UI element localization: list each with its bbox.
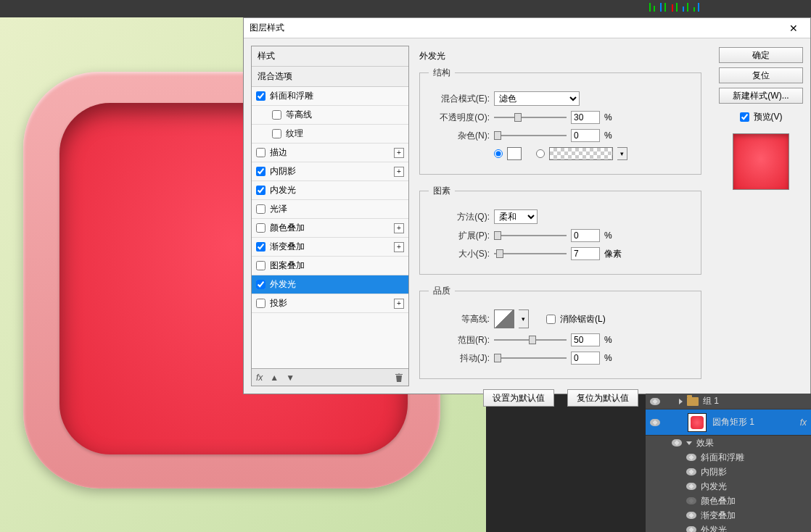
close-icon[interactable]: ✕: [783, 22, 804, 34]
style-checkbox[interactable]: [256, 242, 265, 252]
eye-icon[interactable]: [686, 454, 696, 461]
eye-icon[interactable]: [686, 483, 696, 490]
contour-swatch[interactable]: [494, 309, 514, 328]
style-checkbox[interactable]: [256, 167, 265, 176]
color-solid-radio[interactable]: [494, 149, 503, 158]
eye-icon[interactable]: [686, 468, 696, 475]
eye-icon[interactable]: [650, 419, 660, 426]
blend-mode-select[interactable]: 滤色: [494, 91, 580, 106]
style-item[interactable]: 光泽: [252, 200, 408, 219]
effect-row[interactable]: 颜色叠加: [646, 494, 811, 508]
preview-checkbox[interactable]: [740, 112, 749, 122]
styles-header[interactable]: 样式: [252, 46, 408, 67]
style-label: 光泽: [270, 203, 404, 215]
collapse-icon[interactable]: [686, 441, 692, 445]
style-label: 描边: [270, 146, 394, 159]
noise-slider[interactable]: [494, 130, 567, 141]
style-item[interactable]: 描边+: [252, 144, 408, 162]
plus-icon[interactable]: +: [394, 242, 404, 252]
style-checkbox[interactable]: [256, 299, 265, 308]
style-checkbox[interactable]: [256, 204, 265, 214]
antialias-checkbox[interactable]: [546, 315, 556, 324]
preview-swatch: [733, 133, 789, 190]
reset-default-button[interactable]: 复位为默认值: [567, 389, 638, 407]
range-input[interactable]: [571, 333, 600, 346]
style-checkbox[interactable]: [256, 91, 265, 101]
arrow-down-icon[interactable]: ▼: [286, 373, 295, 383]
style-checkbox[interactable]: [256, 148, 265, 157]
new-style-button[interactable]: 新建样式(W)...: [719, 88, 803, 104]
ok-button[interactable]: 确定: [719, 47, 803, 63]
dialog-titlebar[interactable]: 图层样式 ✕: [244, 18, 810, 38]
contour-dropdown-icon[interactable]: ▾: [519, 309, 529, 328]
plus-icon[interactable]: +: [394, 299, 404, 309]
plus-icon[interactable]: +: [394, 148, 404, 158]
eye-icon[interactable]: [686, 526, 696, 532]
layer-label: 圆角矩形 1: [712, 416, 754, 428]
make-default-button[interactable]: 设置为默认值: [483, 389, 554, 407]
jitter-slider[interactable]: [494, 353, 567, 363]
style-checkbox[interactable]: [272, 110, 281, 120]
range-slider[interactable]: [494, 335, 567, 345]
technique-label: 方法(Q):: [429, 211, 490, 223]
arrow-up-icon[interactable]: ▲: [270, 373, 279, 383]
plus-icon[interactable]: +: [394, 167, 404, 177]
size-input[interactable]: [571, 247, 600, 260]
plus-icon[interactable]: +: [394, 223, 404, 233]
style-checkbox[interactable]: [256, 280, 265, 289]
noise-label: 杂色(N):: [429, 130, 490, 142]
style-item[interactable]: 内发光: [252, 181, 408, 200]
color-gradient-radio[interactable]: [536, 149, 545, 158]
layer-group-row[interactable]: 组 1: [646, 394, 811, 410]
style-item[interactable]: 渐变叠加+: [252, 238, 408, 257]
spread-input[interactable]: [571, 229, 600, 242]
style-checkbox[interactable]: [256, 261, 265, 270]
style-label: 渐变叠加: [270, 241, 394, 253]
color-swatch[interactable]: [507, 147, 522, 160]
style-item[interactable]: 内阴影+: [252, 162, 408, 181]
trash-icon[interactable]: [394, 373, 404, 383]
style-item[interactable]: 等高线: [252, 106, 408, 125]
effect-row[interactable]: 内发光: [646, 479, 811, 494]
style-checkbox[interactable]: [256, 223, 265, 233]
size-slider[interactable]: [494, 249, 567, 259]
style-label: 纹理: [286, 128, 404, 140]
percent-unit: %: [604, 112, 623, 122]
layer-shape-row[interactable]: 圆角矩形 1 fx: [646, 410, 811, 436]
canvas-empty-area: [486, 394, 646, 532]
expand-icon[interactable]: [679, 399, 683, 404]
effect-row[interactable]: 内阴影: [646, 465, 811, 479]
effects-header-row[interactable]: 效果: [646, 436, 811, 450]
style-checkbox[interactable]: [272, 129, 281, 138]
gradient-dropdown-icon[interactable]: ▾: [617, 147, 627, 160]
opacity-slider[interactable]: [494, 112, 567, 122]
effect-row[interactable]: 外发光: [646, 523, 811, 532]
eye-icon[interactable]: [686, 497, 696, 504]
eye-icon[interactable]: [650, 398, 660, 405]
effect-label: 外发光: [701, 524, 727, 533]
style-item[interactable]: 投影+: [252, 294, 408, 313]
eye-icon[interactable]: [672, 439, 682, 446]
eye-icon[interactable]: [686, 512, 696, 519]
style-checkbox[interactable]: [256, 186, 265, 195]
spread-slider[interactable]: [494, 230, 567, 241]
style-item[interactable]: 图案叠加: [252, 257, 408, 275]
opacity-input[interactable]: [571, 111, 600, 124]
fx-badge[interactable]: fx: [800, 417, 807, 428]
range-label: 范围(R):: [429, 334, 490, 346]
effect-row[interactable]: 渐变叠加: [646, 508, 811, 523]
style-item[interactable]: 斜面和浮雕: [252, 87, 408, 106]
style-item[interactable]: 颜色叠加+: [252, 219, 408, 238]
style-item[interactable]: 外发光: [252, 275, 408, 294]
effect-row[interactable]: 斜面和浮雕: [646, 450, 811, 465]
noise-input[interactable]: [571, 129, 600, 142]
gradient-swatch[interactable]: [549, 147, 613, 160]
style-item[interactable]: 纹理: [252, 125, 408, 144]
fx-icon[interactable]: fx: [256, 373, 263, 383]
effect-label: 渐变叠加: [701, 510, 736, 522]
technique-select[interactable]: 柔和: [494, 209, 538, 224]
blend-options-header[interactable]: 混合选项: [252, 67, 408, 87]
cancel-button[interactable]: 复位: [719, 67, 803, 83]
group-label: 组 1: [703, 395, 719, 407]
jitter-input[interactable]: [571, 352, 600, 365]
